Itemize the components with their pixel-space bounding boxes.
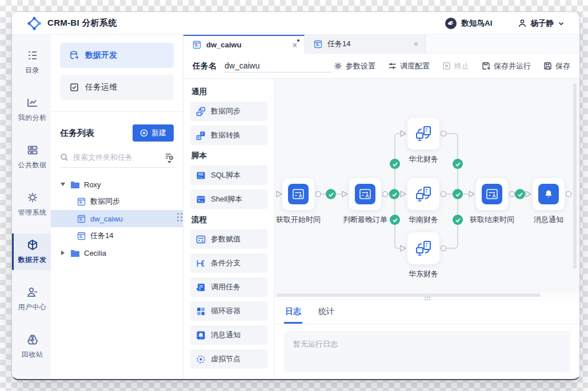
search-input[interactable] [73,153,160,162]
param-settings-button[interactable]: 参数设置 [334,61,375,71]
canvas-horizontal-scrollbar[interactable] [277,293,541,297]
analysis-chart-icon [26,96,39,109]
task-doc-icon [193,41,201,49]
nav-data-dev-button[interactable]: 数据开发 [60,43,174,68]
plus-circle-icon [140,129,148,137]
flow-node-message-notify[interactable] [533,178,565,210]
data-transform-icon [196,131,206,140]
flow-node-label: 华北财务 [409,154,438,164]
user-menu[interactable]: 杨子静 [518,18,565,29]
svg-text:A: A [366,193,369,199]
svg-text:A: A [299,193,302,199]
flow-node-label: 华东财务 [409,269,438,279]
flow-node-judge-latest-order[interactable]: A [349,178,381,210]
rail-item-admin[interactable]: 管理系统 [12,186,51,223]
palette-virtual-node[interactable]: 虚拟节点 [190,349,267,369]
divider [51,111,183,112]
sql-script-icon: SQL [196,171,206,180]
status-success-icon [389,189,399,199]
data-sync-icon [196,107,206,116]
ai-bird-icon [445,17,457,30]
explorer-panel: 数据开发 任务运维 任务列表 新建 [51,35,183,379]
palette-section-flow: 流程 [191,215,266,225]
main-area: dw_caiwu × 任务14 × 任务名 [183,35,579,379]
module-rail: 目录 我的分析 公共数据 管理系统 [12,35,51,379]
close-icon[interactable]: × [293,41,297,49]
status-success-icon [515,189,525,199]
nav-task-ops-button[interactable]: 任务运维 [60,75,174,100]
task-list-title: 任务列表 [60,128,94,139]
new-task-button[interactable]: 新建 [133,124,174,142]
tree-task-dw-caiwu[interactable]: dw_caiwu [51,210,183,227]
tab-task-14[interactable]: 任务14 × [305,35,426,53]
rail-item-public-data[interactable]: 公共数据 [12,139,51,175]
tab-log[interactable]: 日志 [284,301,302,324]
tab-dw-caiwu[interactable]: dw_caiwu × [183,35,305,54]
status-success-icon [453,189,463,199]
save-and-run-button[interactable]: 保存并运行 [482,61,531,71]
rail-item-recycle[interactable]: 回收站 [12,328,51,365]
palette-sql-script[interactable]: SQL SQL脚本 [190,166,267,185]
rail-item-user-center[interactable]: 用户中心 [12,281,51,317]
tree-folder-roxy[interactable]: Roxy [51,176,183,193]
palette-section-common: 通用 [191,87,266,97]
user-name: 杨子静 [531,18,554,29]
terminate-button[interactable]: 终止 [442,61,469,71]
palette-shell-script[interactable]: Shell脚本 [190,190,267,209]
palette-param-assign[interactable]: A 参数赋值 [190,229,267,249]
tree-folder-cecilia[interactable]: Cecilia [51,244,183,261]
palette-data-transform[interactable]: 数据转换 [190,126,267,145]
caret-collapsed-icon[interactable] [60,251,66,255]
clipboard-check-icon [69,82,79,92]
cube-icon [26,239,39,251]
flow-node-label: 华南财务 [409,215,438,225]
rail-item-catalog[interactable]: 目录 [12,44,51,80]
tree-task-14[interactable]: 任务14 [51,227,183,244]
bell-icon [196,330,206,340]
flow-node-north-finance[interactable] [407,118,439,150]
tree-task-sync[interactable]: 数据同步 [51,193,183,210]
flow-canvas[interactable]: A 获取开始时间 A 判断最晚订单 [275,79,579,293]
schedule-config-button[interactable]: 调度配置 [388,61,430,71]
app-logo-icon [27,16,42,31]
folder-icon [70,181,79,188]
log-empty-message: 暂无运行日志 [284,331,570,372]
save-button[interactable]: 保存 [543,61,570,71]
user-center-icon [26,286,39,299]
caret-expanded-icon[interactable] [60,183,66,186]
filter-sort-icon[interactable] [165,152,174,163]
flow-node-label: 获取开始时间 [276,215,321,225]
task-name-input[interactable] [223,59,332,72]
flow-node-south-finance[interactable] [407,178,439,210]
panel-resize-handle[interactable] [177,213,182,221]
user-icon [518,19,527,28]
flow-node-get-start-time[interactable]: A [282,178,314,210]
app-title: CRM-BI 分析系统 [47,18,117,29]
loop-container-icon [196,307,206,316]
status-success-icon [453,215,463,225]
flow-node-get-end-time[interactable]: A [476,178,508,210]
log-resize-handle[interactable] [425,297,430,300]
close-icon[interactable]: × [414,40,418,48]
sync-node-icon [414,239,433,257]
gear-icon [26,191,39,204]
status-success-icon [390,215,400,225]
palette-data-sync[interactable]: 数据同步 [190,102,267,121]
flow-node-east-finance[interactable] [407,232,439,264]
palette-invoke-task[interactable]: 调用任务 [190,277,267,297]
flow-node-label: 获取结束时间 [470,215,514,225]
palette-message-notify[interactable]: 消息通知 [190,325,267,345]
database-rows-icon [26,144,39,156]
task-tree: Roxy 数据同步 dw_caiwu [60,176,174,261]
rail-item-my-analysis[interactable]: 我的分析 [12,91,51,128]
shell-script-icon [196,195,206,204]
editor-tab-strip: dw_caiwu × 任务14 × [183,35,579,54]
ai-assistant-button[interactable]: 数知鸟AI [445,17,493,30]
rail-item-data-dev[interactable]: 数据开发 [12,233,51,270]
canvas-vertical-scrollbar[interactable] [573,83,577,269]
tab-statistics[interactable]: 统计 [317,301,335,324]
palette-condition-branch[interactable]: 条件分支 [190,253,267,273]
canvas-log-divider [275,293,579,301]
palette-loop-container[interactable]: 循环容器 [190,301,267,321]
search-icon [60,153,69,162]
